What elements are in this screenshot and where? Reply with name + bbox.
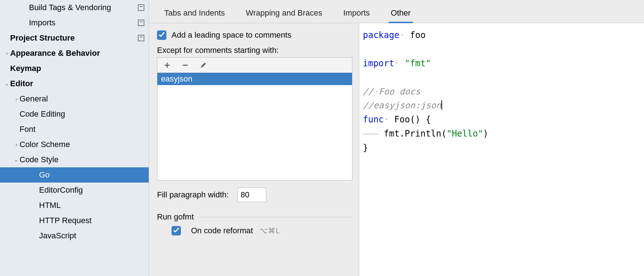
divider	[199, 217, 353, 217]
sidebar-item-label: Imports	[29, 18, 55, 28]
exception-item[interactable]: easyjson	[157, 73, 352, 85]
tab-imports[interactable]: Imports	[341, 5, 372, 23]
code-keyword: package	[363, 30, 399, 40]
tab-wrapping-and-braces[interactable]: Wrapping and Braces	[244, 5, 325, 23]
code-comment: //·Foo docs	[363, 87, 420, 97]
sidebar-item-label: Font	[20, 125, 35, 134]
sidebar-item-imports[interactable]: Imports	[0, 15, 149, 30]
settings-page-icon	[138, 20, 144, 26]
tab-tabs-and-indents[interactable]: Tabs and Indents	[162, 5, 227, 23]
caret-icon	[441, 100, 442, 110]
settings-page-icon	[138, 4, 144, 11]
except-label: Except for comments starting with:	[157, 46, 352, 55]
code-keyword: import	[363, 58, 394, 68]
tab-other[interactable]: Other	[389, 5, 413, 23]
sidebar-item-javascript[interactable]: JavaScript	[0, 228, 149, 243]
sidebar-item-editor[interactable]: ⌄Editor	[0, 76, 149, 91]
sidebar-item-label: HTTP Request	[39, 216, 92, 225]
settings-page-icon	[138, 35, 144, 41]
code-string: "fmt"	[405, 58, 431, 68]
code-preview: package· foo import· "fmt" //·Foo docs /…	[359, 23, 644, 276]
sidebar-item-label: EditorConfig	[39, 185, 83, 195]
sidebar-item-html[interactable]: HTML	[0, 198, 149, 213]
exceptions-listbox: easyjson	[157, 57, 352, 180]
on-reformat-shortcut: ⌥⌘L	[259, 226, 280, 235]
chevron-right-icon: ›	[4, 50, 10, 56]
fill-paragraph-label: Fill paragraph width:	[157, 190, 229, 200]
add-icon[interactable]	[163, 61, 171, 69]
sidebar-item-general[interactable]: ›General	[0, 91, 149, 106]
sidebar-item-label: Go	[39, 170, 50, 180]
remove-icon[interactable]	[181, 61, 189, 69]
sidebar-item-color-scheme[interactable]: ›Color Scheme	[0, 137, 149, 152]
sidebar-item-code-editing[interactable]: Code Editing	[0, 106, 149, 122]
sidebar-item-label: HTML	[39, 201, 61, 210]
tab-bar: Tabs and IndentsWrapping and BracesImpor…	[149, 0, 644, 23]
sidebar-item-label: Project Structure	[10, 33, 75, 43]
code-string: "Hello"	[446, 129, 483, 139]
chevron-down-icon: ⌄	[4, 81, 10, 87]
on-reformat-label: On code reformat	[191, 226, 253, 235]
chevron-right-icon: ›	[13, 96, 20, 102]
sidebar-item-http-request[interactable]: HTTP Request	[0, 213, 149, 228]
sidebar-item-label: JavaScript	[39, 231, 76, 241]
sidebar-item-project-structure[interactable]: Project Structure	[0, 30, 149, 46]
sidebar-item-font[interactable]: Font	[0, 122, 149, 137]
sidebar-item-build-tags-vendoring[interactable]: Build Tags & Vendoring	[0, 0, 149, 15]
gofmt-section-title: Run gofmt	[157, 212, 194, 222]
code-keyword: func	[363, 114, 384, 125]
sidebar-item-editorconfig[interactable]: EditorConfig	[0, 183, 149, 198]
sidebar-item-label: Keymap	[10, 64, 41, 73]
code-text: fmt.Println(	[384, 129, 446, 139]
sidebar-item-label: Build Tags & Vendoring	[29, 3, 111, 12]
code-text: foo	[405, 30, 426, 40]
code-text: }	[363, 143, 368, 153]
fill-paragraph-input[interactable]	[237, 188, 266, 202]
on-reformat-checkbox[interactable]	[171, 226, 181, 235]
sidebar-item-code-style[interactable]: ⌄Code Style	[0, 152, 149, 167]
chevron-down-icon: ⌄	[13, 157, 20, 163]
sidebar-item-keymap[interactable]: Keymap	[0, 61, 149, 76]
sidebar-item-appearance-behavior[interactable]: ›Appearance & Behavior	[0, 46, 149, 61]
sidebar-item-label: Code Style	[20, 155, 59, 164]
listbox-toolbar	[157, 58, 352, 73]
sidebar-item-go[interactable]: Go	[0, 167, 149, 183]
edit-icon[interactable]	[199, 61, 207, 69]
leading-space-checkbox[interactable]	[157, 30, 166, 40]
code-comment: //easyjson:json	[363, 100, 441, 110]
sidebar-item-label: Color Scheme	[20, 140, 70, 149]
settings-content: Add a leading space to comments Except f…	[149, 23, 359, 276]
sidebar-item-label: Code Editing	[20, 109, 65, 119]
chevron-right-icon: ›	[13, 142, 20, 147]
code-text: Foo() {	[389, 114, 431, 125]
leading-space-label: Add a leading space to comments	[171, 30, 291, 40]
sidebar-item-label: General	[20, 94, 48, 104]
sidebar-item-label: Editor	[10, 79, 33, 88]
main-panel: Tabs and IndentsWrapping and BracesImpor…	[149, 0, 644, 276]
settings-sidebar: Build Tags & VendoringImportsProject Str…	[0, 0, 149, 276]
code-text: )	[483, 129, 488, 139]
sidebar-item-label: Appearance & Behavior	[10, 49, 100, 58]
